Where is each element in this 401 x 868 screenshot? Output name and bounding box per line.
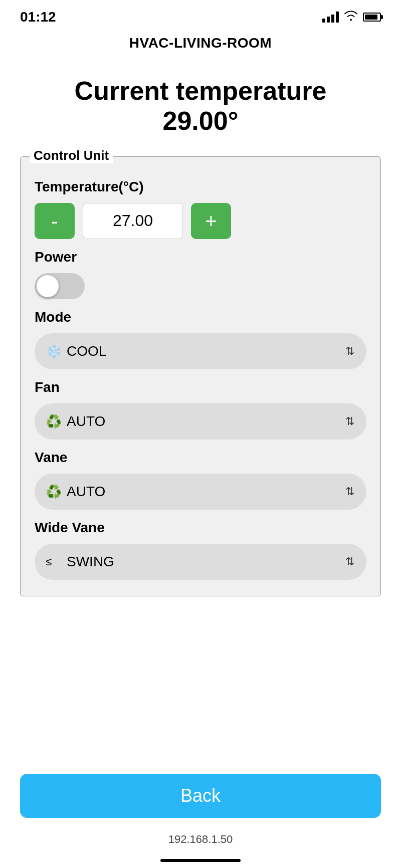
wide-vane-label: Wide Vane — [35, 520, 366, 536]
mode-label: Mode — [35, 309, 366, 325]
battery-icon — [363, 13, 381, 22]
status-time: 01:12 — [20, 9, 56, 25]
fan-select[interactable]: AUTO LOW MEDIUM HIGH QUIET — [35, 403, 366, 440]
temp-decrement-button[interactable]: - — [35, 203, 75, 239]
mode-select[interactable]: COOL HEAT DRY FAN AUTO — [35, 333, 366, 369]
back-button[interactable]: Back — [20, 774, 381, 818]
home-indicator — [160, 859, 241, 862]
status-icons — [322, 10, 381, 24]
wide-vane-dropdown-wrapper: ≤ SWING LEFT MLEFT CENTER MRIGHT RIGHT A… — [35, 544, 366, 580]
vane-dropdown-wrapper: ♻️ AUTO 1 2 3 4 5 SWING ⇅ — [35, 474, 366, 510]
signal-bars-icon — [322, 12, 339, 23]
vane-select[interactable]: AUTO 1 2 3 4 5 SWING — [35, 474, 366, 510]
wide-vane-select[interactable]: SWING LEFT MLEFT CENTER MRIGHT RIGHT AUT… — [35, 544, 366, 580]
footer-ip: 192.168.1.50 — [0, 833, 401, 846]
current-temp-section: Current temperature 29.00° — [0, 56, 401, 151]
power-section — [35, 273, 366, 299]
power-toggle[interactable] — [35, 273, 85, 299]
temperature-control: - + — [35, 203, 366, 239]
mode-dropdown-wrapper: ❄️ COOL HEAT DRY FAN AUTO ⇅ — [35, 333, 366, 369]
status-bar: 01:12 — [0, 0, 401, 30]
power-label: Power — [35, 249, 366, 265]
fan-dropdown-wrapper: ♻️ AUTO LOW MEDIUM HIGH QUIET ⇅ — [35, 403, 366, 440]
current-temp-label: Current temperature 29.00° — [20, 76, 381, 136]
control-unit-label: Control Unit — [30, 148, 113, 163]
page-title: HVAC-LIVING-ROOM — [0, 30, 401, 56]
fan-label: Fan — [35, 379, 366, 395]
vane-label: Vane — [35, 450, 366, 466]
temperature-label: Temperature(°C) — [35, 179, 366, 195]
wifi-icon — [344, 10, 358, 24]
control-unit-container: Control Unit Temperature(°C) - + Power M… — [20, 156, 381, 596]
toggle-thumb — [37, 275, 59, 297]
temp-increment-button[interactable]: + — [191, 203, 231, 239]
temp-value-input[interactable] — [83, 203, 183, 239]
